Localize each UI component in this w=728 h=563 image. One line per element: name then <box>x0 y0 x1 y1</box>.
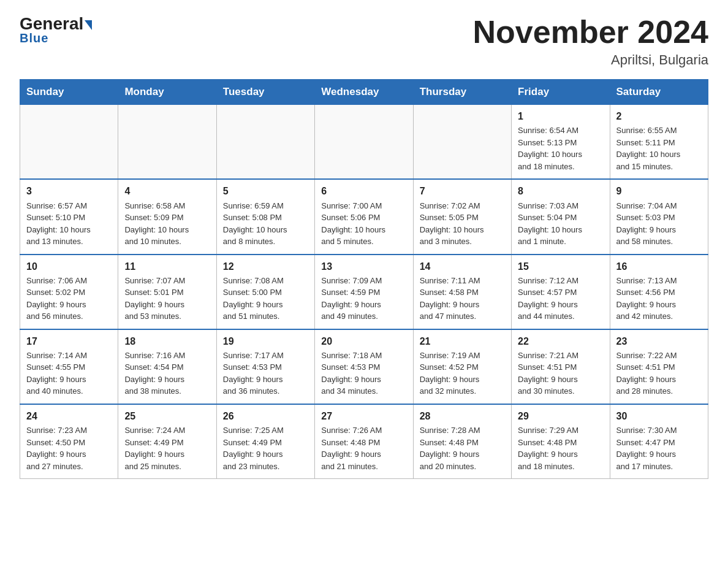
calendar-week-row: 3Sunrise: 6:57 AMSunset: 5:10 PMDaylight… <box>20 179 708 254</box>
calendar-table: Sunday Monday Tuesday Wednesday Thursday… <box>20 79 708 479</box>
day-info: Sunrise: 6:54 AMSunset: 5:13 PMDaylight:… <box>518 124 603 172</box>
day-number: 18 <box>124 334 210 348</box>
day-number: 3 <box>26 184 112 198</box>
day-number: 9 <box>616 184 702 198</box>
day-number: 2 <box>616 109 702 123</box>
header-monday: Monday <box>118 80 216 105</box>
calendar-cell: 23Sunrise: 7:22 AMSunset: 4:51 PMDayligh… <box>610 329 708 404</box>
calendar-cell: 13Sunrise: 7:09 AMSunset: 4:59 PMDayligh… <box>315 255 413 329</box>
day-info: Sunrise: 7:12 AMSunset: 4:57 PMDaylight:… <box>518 275 603 323</box>
calendar-cell: 15Sunrise: 7:12 AMSunset: 4:57 PMDayligh… <box>512 255 610 329</box>
calendar-cell <box>20 105 118 180</box>
day-info: Sunrise: 7:22 AMSunset: 4:51 PMDaylight:… <box>616 350 702 397</box>
title-area: November 2024 Apriltsi, Bulgaria <box>473 15 708 68</box>
calendar-cell: 12Sunrise: 7:08 AMSunset: 5:00 PMDayligh… <box>216 255 314 329</box>
calendar-cell: 29Sunrise: 7:29 AMSunset: 4:48 PMDayligh… <box>512 404 610 479</box>
day-info: Sunrise: 7:07 AMSunset: 5:01 PMDaylight:… <box>124 275 210 323</box>
calendar-cell: 18Sunrise: 7:16 AMSunset: 4:54 PMDayligh… <box>118 329 216 404</box>
day-info: Sunrise: 7:17 AMSunset: 4:53 PMDaylight:… <box>223 350 308 397</box>
header-sunday: Sunday <box>20 80 118 105</box>
day-info: Sunrise: 7:13 AMSunset: 4:56 PMDaylight:… <box>616 275 702 323</box>
logo: General Blue <box>20 15 92 45</box>
day-number: 12 <box>223 259 308 274</box>
day-info: Sunrise: 7:28 AMSunset: 4:48 PMDaylight:… <box>420 424 505 472</box>
day-info: Sunrise: 7:00 AMSunset: 5:06 PMDaylight:… <box>321 200 406 248</box>
location-title: Apriltsi, Bulgaria <box>473 52 708 68</box>
day-number: 23 <box>616 334 702 348</box>
day-number: 13 <box>321 259 406 274</box>
calendar-cell: 16Sunrise: 7:13 AMSunset: 4:56 PMDayligh… <box>610 255 708 329</box>
day-info: Sunrise: 6:57 AMSunset: 5:10 PMDaylight:… <box>26 200 112 248</box>
day-info: Sunrise: 7:14 AMSunset: 4:55 PMDaylight:… <box>26 350 112 397</box>
calendar-cell: 25Sunrise: 7:24 AMSunset: 4:49 PMDayligh… <box>118 404 216 479</box>
calendar-cell <box>315 105 413 180</box>
calendar-cell: 9Sunrise: 7:04 AMSunset: 5:03 PMDaylight… <box>610 179 708 254</box>
header-wednesday: Wednesday <box>315 80 413 105</box>
day-number: 17 <box>26 334 112 348</box>
calendar-cell: 8Sunrise: 7:03 AMSunset: 5:04 PMDaylight… <box>512 179 610 254</box>
calendar-cell <box>118 105 216 180</box>
day-number: 22 <box>518 334 603 348</box>
month-title: November 2024 <box>473 15 708 50</box>
calendar-cell: 14Sunrise: 7:11 AMSunset: 4:58 PMDayligh… <box>413 255 511 329</box>
day-info: Sunrise: 6:58 AMSunset: 5:09 PMDaylight:… <box>124 200 210 248</box>
calendar-cell: 27Sunrise: 7:26 AMSunset: 4:48 PMDayligh… <box>315 404 413 479</box>
day-number: 1 <box>518 109 603 123</box>
page-header: General Blue November 2024 Apriltsi, Bul… <box>20 15 708 68</box>
day-info: Sunrise: 7:26 AMSunset: 4:48 PMDaylight:… <box>321 424 406 472</box>
day-number: 11 <box>124 259 210 274</box>
calendar-cell: 7Sunrise: 7:02 AMSunset: 5:05 PMDaylight… <box>413 179 511 254</box>
day-number: 6 <box>321 184 406 198</box>
day-number: 21 <box>420 334 505 348</box>
day-info: Sunrise: 7:02 AMSunset: 5:05 PMDaylight:… <box>420 200 505 248</box>
calendar-cell: 17Sunrise: 7:14 AMSunset: 4:55 PMDayligh… <box>20 329 118 404</box>
calendar-cell: 21Sunrise: 7:19 AMSunset: 4:52 PMDayligh… <box>413 329 511 404</box>
calendar-week-row: 17Sunrise: 7:14 AMSunset: 4:55 PMDayligh… <box>20 329 708 404</box>
day-info: Sunrise: 7:04 AMSunset: 5:03 PMDaylight:… <box>616 200 702 248</box>
day-info: Sunrise: 7:25 AMSunset: 4:49 PMDaylight:… <box>223 424 308 472</box>
day-info: Sunrise: 7:18 AMSunset: 4:53 PMDaylight:… <box>321 350 406 397</box>
calendar-cell: 24Sunrise: 7:23 AMSunset: 4:50 PMDayligh… <box>20 404 118 479</box>
day-number: 25 <box>124 409 210 423</box>
day-number: 14 <box>420 259 505 274</box>
calendar-cell: 20Sunrise: 7:18 AMSunset: 4:53 PMDayligh… <box>315 329 413 404</box>
day-info: Sunrise: 7:23 AMSunset: 4:50 PMDaylight:… <box>26 424 112 472</box>
day-number: 8 <box>518 184 603 198</box>
day-number: 30 <box>616 409 702 423</box>
day-number: 24 <box>26 409 112 423</box>
calendar-cell: 3Sunrise: 6:57 AMSunset: 5:10 PMDaylight… <box>20 179 118 254</box>
day-info: Sunrise: 7:16 AMSunset: 4:54 PMDaylight:… <box>124 350 210 397</box>
calendar-cell: 28Sunrise: 7:28 AMSunset: 4:48 PMDayligh… <box>413 404 511 479</box>
calendar-cell: 11Sunrise: 7:07 AMSunset: 5:01 PMDayligh… <box>118 255 216 329</box>
calendar-week-row: 1Sunrise: 6:54 AMSunset: 5:13 PMDaylight… <box>20 105 708 180</box>
day-number: 20 <box>321 334 406 348</box>
day-info: Sunrise: 7:03 AMSunset: 5:04 PMDaylight:… <box>518 200 603 248</box>
calendar-cell: 30Sunrise: 7:30 AMSunset: 4:47 PMDayligh… <box>610 404 708 479</box>
day-info: Sunrise: 7:29 AMSunset: 4:48 PMDaylight:… <box>518 424 603 472</box>
calendar-cell: 4Sunrise: 6:58 AMSunset: 5:09 PMDaylight… <box>118 179 216 254</box>
day-number: 27 <box>321 409 406 423</box>
logo-blue: Blue <box>20 31 48 45</box>
weekday-header-row: Sunday Monday Tuesday Wednesday Thursday… <box>20 80 708 105</box>
calendar-week-row: 10Sunrise: 7:06 AMSunset: 5:02 PMDayligh… <box>20 255 708 329</box>
calendar-cell <box>413 105 511 180</box>
calendar-week-row: 24Sunrise: 7:23 AMSunset: 4:50 PMDayligh… <box>20 404 708 479</box>
calendar-cell: 22Sunrise: 7:21 AMSunset: 4:51 PMDayligh… <box>512 329 610 404</box>
day-number: 5 <box>223 184 308 198</box>
day-number: 15 <box>518 259 603 274</box>
day-number: 7 <box>420 184 505 198</box>
day-number: 29 <box>518 409 603 423</box>
day-number: 19 <box>223 334 308 348</box>
day-number: 26 <box>223 409 308 423</box>
day-info: Sunrise: 7:19 AMSunset: 4:52 PMDaylight:… <box>420 350 505 397</box>
day-info: Sunrise: 7:11 AMSunset: 4:58 PMDaylight:… <box>420 275 505 323</box>
header-tuesday: Tuesday <box>216 80 314 105</box>
day-number: 28 <box>420 409 505 423</box>
day-info: Sunrise: 7:09 AMSunset: 4:59 PMDaylight:… <box>321 275 406 323</box>
calendar-cell: 2Sunrise: 6:55 AMSunset: 5:11 PMDaylight… <box>610 105 708 180</box>
day-number: 4 <box>124 184 210 198</box>
day-info: Sunrise: 7:08 AMSunset: 5:00 PMDaylight:… <box>223 275 308 323</box>
day-info: Sunrise: 7:21 AMSunset: 4:51 PMDaylight:… <box>518 350 603 397</box>
calendar-cell: 26Sunrise: 7:25 AMSunset: 4:49 PMDayligh… <box>216 404 314 479</box>
day-info: Sunrise: 6:55 AMSunset: 5:11 PMDaylight:… <box>616 124 702 172</box>
